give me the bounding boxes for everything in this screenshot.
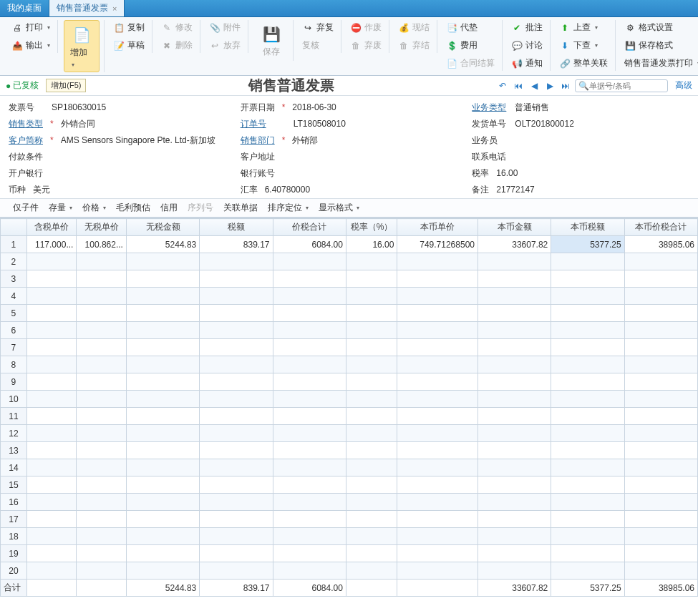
close-icon[interactable]: × [112, 4, 117, 13]
label-invoice-no: 发票号 [9, 102, 49, 114]
label-bank: 开户银行 [9, 167, 49, 180]
label-cust-abbr[interactable]: 客户简称 [9, 135, 49, 147]
sort-button[interactable]: 排序定位▾ [268, 202, 309, 214]
table-row[interactable]: 14 [1, 459, 698, 476]
label-currency: 币种 [9, 184, 30, 196]
tabs-bar: 我的桌面 销售普通发票 × [0, 0, 698, 17]
saveformat-button[interactable]: 💾保存格式 [621, 38, 698, 53]
save-button[interactable]: 💾 保存 [254, 20, 289, 61]
table-row[interactable]: 18 [1, 528, 698, 545]
add-button[interactable]: 📄 增加 ▾ [64, 20, 100, 72]
val-biz-type: 普通销售 [512, 102, 689, 114]
prev-button[interactable]: ◀ [528, 79, 541, 92]
printset-button[interactable]: 销售普通发票打印▾ [621, 56, 698, 71]
fee-button[interactable]: 💲费用 [443, 38, 498, 53]
search-input[interactable] [589, 82, 661, 90]
table-row[interactable]: 16 [1, 494, 698, 511]
printer-icon: 🖨 [11, 22, 23, 34]
output-button[interactable]: 📤输出▾ [9, 38, 53, 53]
label-order-no[interactable]: 订单号 [241, 118, 281, 130]
col-header[interactable]: 无税单价 [77, 219, 127, 236]
col-header[interactable]: 本币金额 [478, 219, 551, 236]
col-header[interactable]: 价税合计 [273, 219, 346, 236]
delete-button: ✖删除 [158, 38, 195, 53]
col-header[interactable]: 含税单价 [26, 219, 77, 236]
approve-button[interactable]: ✔批注 [508, 20, 546, 35]
label-ship-no: 发货单号 [472, 118, 512, 130]
table-row[interactable]: 12 [1, 425, 698, 442]
advanced-link[interactable]: 高级 [675, 79, 692, 92]
col-header[interactable]: 本币价税合计 [624, 219, 697, 236]
undo-button[interactable]: ↶ [496, 79, 509, 92]
draft-button[interactable]: 📝草稿 [110, 38, 147, 53]
col-header[interactable]: 本币税额 [551, 219, 624, 236]
col-header[interactable]: 税额 [200, 219, 273, 236]
label-sale-dept[interactable]: 销售部门 [241, 135, 281, 147]
reaudit-button[interactable]: ↪弃复 [299, 20, 336, 35]
stock-button[interactable]: 存量▾ [49, 202, 72, 214]
next-button[interactable]: ▶ [543, 79, 556, 92]
table-row[interactable]: 1117.000...100.862...5244.83839.176084.0… [1, 236, 698, 253]
credit-button[interactable]: 信用 [160, 202, 178, 214]
col-header[interactable]: 无税金额 [126, 219, 199, 236]
price-button[interactable]: 价格▾ [82, 202, 106, 214]
discuss-button[interactable]: 💬讨论 [508, 38, 546, 53]
last-button[interactable]: ⏭ [559, 79, 572, 92]
up-button[interactable]: ⬆上查▾ [556, 20, 611, 35]
first-button[interactable]: ⏮ [512, 79, 525, 92]
table-row[interactable]: 20 [1, 562, 698, 580]
table-row[interactable]: 5 [1, 305, 698, 322]
discard-button: 🗑弃废 [347, 38, 384, 53]
table-row[interactable]: 13 [1, 442, 698, 459]
profit-button[interactable]: 毛利预估 [116, 202, 150, 214]
val-ship-no: OLT201800012 [512, 119, 689, 129]
data-grid[interactable]: 含税单价 无税单价 无税金额 税额 价税合计 税率（%） 本币单价 本币金额 本… [0, 218, 698, 597]
table-row[interactable]: 15 [1, 476, 698, 494]
edit-icon: ✎ [161, 22, 173, 34]
down-button[interactable]: ⬇下查▾ [556, 38, 611, 53]
label-tax-rate: 税率 [472, 167, 493, 180]
total-row: 合计5244.83839.176084.0033607.825377.25389… [1, 580, 698, 597]
release-button: ↩放弃 [206, 38, 243, 53]
table-row[interactable]: 17 [1, 511, 698, 528]
table-row[interactable]: 2 [1, 253, 698, 270]
col-header[interactable]: 本币单价 [397, 219, 478, 236]
val-sale-dept: 外销部 [289, 135, 457, 147]
notify-button[interactable]: 📢通知 [508, 56, 546, 71]
copy-button[interactable]: 📋复制 [110, 20, 147, 35]
attach-button: 📎附件 [206, 20, 243, 35]
advance-button[interactable]: 📑代垫 [443, 20, 498, 35]
table-row[interactable]: 9 [1, 373, 698, 391]
table-row[interactable]: 11 [1, 408, 698, 425]
table-row[interactable]: 3 [1, 270, 698, 288]
contract-button: 📄合同结算 [443, 56, 498, 71]
label-biz-type[interactable]: 业务类型 [472, 102, 512, 114]
table-row[interactable]: 10 [1, 391, 698, 408]
table-row[interactable]: 19 [1, 545, 698, 562]
check-icon: ● [6, 81, 11, 91]
reldoc-button[interactable]: 关联单据 [223, 202, 258, 214]
cash-icon: 💰 [398, 22, 409, 34]
format-button[interactable]: ⚙格式设置 [621, 20, 698, 35]
table-row[interactable]: 6 [1, 322, 698, 339]
fee-icon: 💲 [446, 40, 457, 52]
val-currency: 美元 [30, 184, 226, 196]
table-row[interactable]: 4 [1, 288, 698, 305]
cash-button: 💰现结 [395, 20, 432, 35]
child-button[interactable]: 仅子件 [13, 202, 39, 214]
val-invoice-date: 2018-06-30 [289, 102, 457, 112]
attach-icon: 📎 [209, 22, 220, 34]
display-button[interactable]: 显示格式▾ [319, 202, 359, 214]
relation-button[interactable]: 🔗整单关联 [556, 56, 611, 71]
tab-sales-invoice[interactable]: 销售普通发票 × [49, 0, 125, 16]
search-box[interactable]: 🔍 [575, 79, 668, 92]
print-button[interactable]: 🖨打印▾ [9, 20, 53, 35]
table-row[interactable]: 7 [1, 339, 698, 356]
col-header[interactable]: 税率（%） [346, 219, 397, 236]
grid-wrap[interactable]: 含税单价 无税单价 无税金额 税额 价税合计 税率（%） 本币单价 本币金额 本… [0, 217, 698, 616]
label-sale-type[interactable]: 销售类型 [9, 118, 49, 130]
ribbon-toolbar: 🖨打印▾ 📤输出▾ 📄 增加 ▾ 📋复制 📝草稿 ✎修改 ✖删除 📎附件 ↩放弃… [0, 17, 698, 76]
discuss-icon: 💬 [511, 40, 523, 52]
tab-desktop[interactable]: 我的桌面 [0, 0, 49, 16]
table-row[interactable]: 8 [1, 356, 698, 373]
